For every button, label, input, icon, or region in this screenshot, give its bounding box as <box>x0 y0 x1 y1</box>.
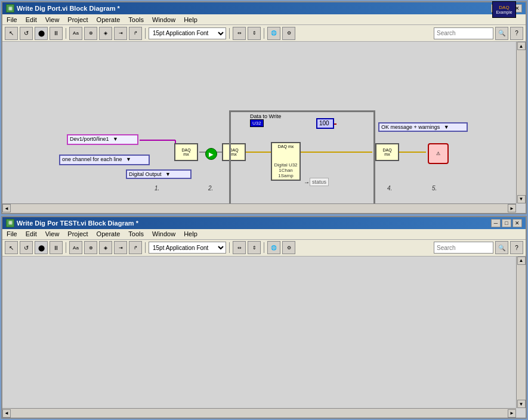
daqmx-node1-1[interactable]: DAQmx <box>174 143 198 161</box>
menu-project-1[interactable]: Project <box>66 16 89 23</box>
menu-window-2[interactable]: Window <box>150 230 177 237</box>
output-label-1: Digital Output <box>129 171 162 177</box>
menu-project-2[interactable]: Project <box>66 230 89 237</box>
scroll-right-1[interactable]: ► <box>508 204 516 212</box>
tb-dist-1[interactable]: ⇕ <box>248 27 261 40</box>
tb-step-1[interactable]: ⇥ <box>114 27 127 40</box>
tb-step2-1[interactable]: ↱ <box>129 27 142 40</box>
tb-extra-2[interactable]: ⚙ <box>282 241 295 254</box>
scrollbar-v-2[interactable]: ▲ ▼ <box>516 257 526 408</box>
tb-pause-2[interactable]: ⏸ <box>50 241 63 254</box>
tb-text-2[interactable]: Aa <box>69 241 82 254</box>
tb-pause-1[interactable]: ⏸ <box>50 27 63 40</box>
menu-operate-1[interactable]: Operate <box>95 16 122 23</box>
daqmx-node3-1[interactable]: DAQ mx Digital U32 1Chan 1Samp <box>271 142 301 181</box>
tb-text-1[interactable]: Aa <box>69 27 82 40</box>
window2: ⊞ Write Dig Por TESTt.vi Block Diagram *… <box>1 216 527 419</box>
menu-window-1[interactable]: Window <box>150 16 177 23</box>
menu-edit-1[interactable]: Edit <box>24 16 39 23</box>
sep3-2 <box>229 242 230 253</box>
tb-step2-2[interactable]: ↱ <box>129 241 142 254</box>
font-select-2[interactable]: 15pt Application Font <box>149 242 226 254</box>
window2-title: Write Dig Por TESTt.vi Block Diagram * <box>17 220 138 227</box>
tb-arrow-2[interactable]: ↖ <box>5 241 18 254</box>
title-controls-2: ─ □ ✕ <box>491 219 522 227</box>
error-cluster-1[interactable]: ⚠ <box>428 143 449 164</box>
sep2-2 <box>145 242 146 253</box>
tb-debug-1[interactable]: ◈ <box>99 27 112 40</box>
diagram-canvas-2: Dev1/port0 ▼ one channel for all lines ▼… <box>2 257 516 408</box>
scroll-left-1[interactable]: ◄ <box>2 204 11 212</box>
scroll-down-2[interactable]: ▼ <box>517 400 526 408</box>
tb-stop-2[interactable]: ⬤ <box>35 241 48 254</box>
tb-globe-1[interactable]: 🌐 <box>267 27 280 40</box>
help-btn-2[interactable]: ? <box>510 241 523 254</box>
daqmx3-mid-1: Digital U32 1Chan 1Samp <box>273 162 298 178</box>
search-btn-2[interactable]: 🔍 <box>495 241 508 254</box>
sep4-2 <box>264 242 264 253</box>
daqmx3-top-1: DAQ mx <box>278 144 294 149</box>
menu-edit-2[interactable]: Edit <box>24 230 39 237</box>
close-btn-2[interactable]: ✕ <box>512 219 522 227</box>
scrollbar-v-1[interactable]: ▲ ▼ <box>516 42 526 203</box>
sep4-1 <box>264 28 264 39</box>
menu-view-1[interactable]: View <box>44 16 61 23</box>
menu-tools-1[interactable]: Tools <box>126 16 146 23</box>
scrollbar-h-1[interactable]: ◄ ► <box>2 203 516 213</box>
tb-wire-2[interactable]: ⊕ <box>84 241 97 254</box>
menu-tools-2[interactable]: Tools <box>126 230 146 237</box>
search-input-2[interactable] <box>434 242 493 254</box>
window1: ⊞ Write Dig Port.vi Block Diagram * ─ □ … <box>1 1 527 214</box>
tb-run-1[interactable]: ↺ <box>20 27 33 40</box>
search-input-1[interactable] <box>434 27 493 39</box>
scroll-up-2[interactable]: ▲ <box>517 257 526 265</box>
channel-ctrl-1[interactable]: Dev1/port0/line1 ▼ <box>67 134 138 145</box>
daqmx-node4-1[interactable]: DAQmx <box>375 143 399 161</box>
sep1-1 <box>66 28 66 39</box>
tb-run-2[interactable]: ↺ <box>20 241 33 254</box>
tb-globe-2[interactable]: 🌐 <box>267 241 280 254</box>
tb-step-2[interactable]: ⇥ <box>114 241 127 254</box>
title-left-1: ⊞ Write Dig Port.vi Block Diagram * <box>6 4 120 13</box>
vi-icon-2: ⊞ <box>6 219 14 227</box>
mode-label-1: one channel for each line <box>62 156 122 162</box>
menu-file-1[interactable]: File <box>5 16 19 23</box>
wires-svg-2 <box>2 257 516 408</box>
menu-help-2[interactable]: Help <box>182 230 199 237</box>
sep3-1 <box>229 28 230 39</box>
tb-stop-1[interactable]: ⬤ <box>35 27 48 40</box>
menu-view-2[interactable]: View <box>44 230 61 237</box>
menu-operate-2[interactable]: Operate <box>95 230 122 237</box>
numeric-1[interactable]: 100 <box>316 118 334 129</box>
diagram-area-2[interactable]: Dev1/port0 ▼ one channel for all lines ▼… <box>2 257 526 418</box>
tb-arrow-1[interactable]: ↖ <box>5 27 18 40</box>
scroll-left-2[interactable]: ◄ <box>2 409 11 418</box>
step1-1: 1. <box>155 185 159 192</box>
title-bar-1: ⊞ Write Dig Port.vi Block Diagram * ─ □ … <box>2 2 526 14</box>
scroll-right-2[interactable]: ► <box>508 409 516 418</box>
ok-msg-1[interactable]: OK message + warnings ▼ <box>378 122 468 132</box>
maximize-btn-2[interactable]: □ <box>502 219 511 227</box>
menu-help-1[interactable]: Help <box>182 16 199 23</box>
diagram-area-1[interactable]: Dev1/port0/line1 ▼ one channel for each … <box>2 42 526 213</box>
windows-container: ⊞ Write Dig Port.vi Block Diagram * ─ □ … <box>0 0 528 420</box>
scrollbar-h-2[interactable]: ◄ ► <box>2 408 516 418</box>
font-select-1[interactable]: 15pt Application Font <box>149 27 226 39</box>
toolbar-1: ↖ ↺ ⬤ ⏸ Aa ⊕ ◈ ⇥ ↱ 15pt Application Font… <box>2 25 526 42</box>
tb-align-1[interactable]: ⇔ <box>233 27 246 40</box>
help-btn-1[interactable]: ? <box>510 27 523 40</box>
window1-title: Write Dig Port.vi Block Diagram * <box>17 5 120 12</box>
output-ctrl-1[interactable]: Digital Output ▼ <box>126 169 192 179</box>
scroll-down-1[interactable]: ▼ <box>517 195 526 203</box>
scroll-up-1[interactable]: ▲ <box>517 42 526 50</box>
da-badge-2: DAQ Example <box>492 1 516 18</box>
mode-ctrl-1[interactable]: one channel for each line ▼ <box>59 155 150 165</box>
tb-extra-1[interactable]: ⚙ <box>282 27 295 40</box>
search-btn-1[interactable]: 🔍 <box>495 27 508 40</box>
tb-dist-2[interactable]: ⇕ <box>248 241 261 254</box>
tb-align-2[interactable]: ⇔ <box>233 241 246 254</box>
minimize-btn-2[interactable]: ─ <box>491 219 501 227</box>
tb-wire-1[interactable]: ⊕ <box>84 27 97 40</box>
tb-debug-2[interactable]: ◈ <box>99 241 112 254</box>
menu-file-2[interactable]: File <box>5 230 19 237</box>
